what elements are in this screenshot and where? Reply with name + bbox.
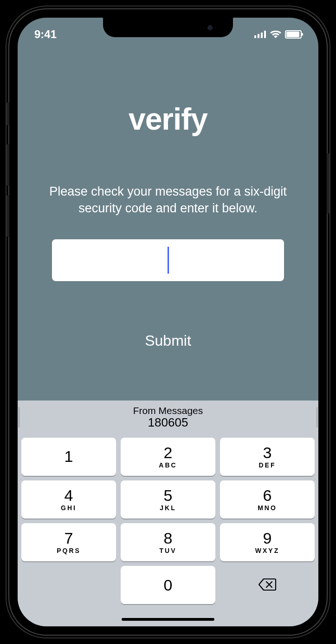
autofill-code-value: 180605 <box>148 416 188 429</box>
phone-screen: 9:41 <box>18 18 318 626</box>
side-button <box>6 102 9 125</box>
keypad: 1 2 ABC 3 DEF 4 GHI 5 JKL <box>18 434 318 604</box>
front-camera <box>207 25 213 30</box>
svg-rect-1 <box>258 34 259 38</box>
page-subtitle: Please check your messages for a six-dig… <box>32 183 304 217</box>
autofill-source-label: From Messages <box>133 405 203 416</box>
key-6[interactable]: 6 MNO <box>220 480 315 519</box>
key-letters: TUV <box>160 547 177 554</box>
key-letters: GHI <box>61 504 77 512</box>
autofill-suggestion[interactable]: From Messages 180605 <box>18 401 318 434</box>
status-icons <box>254 30 302 39</box>
key-backspace[interactable] <box>220 566 315 604</box>
key-number: 8 <box>164 530 173 546</box>
status-time: 9:41 <box>34 28 57 41</box>
keyboard: From Messages 180605 1 2 ABC 3 DEF 4 <box>18 401 318 626</box>
key-number: 1 <box>65 448 73 464</box>
key-letters: MNO <box>258 504 277 512</box>
key-2[interactable]: 2 ABC <box>121 438 215 476</box>
key-number: 6 <box>263 487 272 503</box>
security-code-input[interactable] <box>52 239 284 281</box>
svg-rect-2 <box>261 33 263 38</box>
key-number: 5 <box>164 487 173 503</box>
key-number: 7 <box>65 530 73 546</box>
svg-rect-0 <box>254 35 256 38</box>
wifi-icon <box>270 31 281 38</box>
input-cursor <box>168 247 169 274</box>
key-letters: JKL <box>160 504 176 512</box>
key-3[interactable]: 3 DEF <box>220 438 315 476</box>
volume-down-button <box>6 195 9 237</box>
key-0[interactable]: 0 <box>121 566 215 604</box>
svg-rect-3 <box>264 31 266 38</box>
home-indicator[interactable] <box>122 618 214 621</box>
key-5[interactable]: 5 JKL <box>121 480 215 519</box>
key-number: 4 <box>65 487 73 503</box>
key-number: 9 <box>263 530 272 546</box>
key-8[interactable]: 8 TUV <box>121 523 215 561</box>
key-number: 0 <box>164 577 173 593</box>
key-letters: ABC <box>159 461 177 469</box>
submit-button[interactable]: Submit <box>145 332 191 349</box>
key-letters: DEF <box>259 461 276 469</box>
key-4[interactable]: 4 GHI <box>21 480 116 519</box>
volume-up-button <box>6 144 9 186</box>
key-7[interactable]: 7 PQRS <box>21 523 116 561</box>
key-letters: WXYZ <box>255 547 279 554</box>
key-number: 2 <box>164 445 173 460</box>
content-area: verify Please check your messages for a … <box>18 46 318 401</box>
key-1[interactable]: 1 <box>21 438 116 476</box>
page-title: verify <box>129 101 207 137</box>
key-letters: PQRS <box>57 547 81 554</box>
power-button <box>327 153 330 214</box>
phone-frame: 9:41 <box>9 9 327 635</box>
backspace-icon <box>258 578 277 592</box>
notch <box>103 18 233 37</box>
key-9[interactable]: 9 WXYZ <box>220 523 315 561</box>
cellular-icon <box>254 31 266 38</box>
key-number: 3 <box>263 445 272 460</box>
battery-icon <box>285 30 302 39</box>
key-blank <box>21 566 116 604</box>
